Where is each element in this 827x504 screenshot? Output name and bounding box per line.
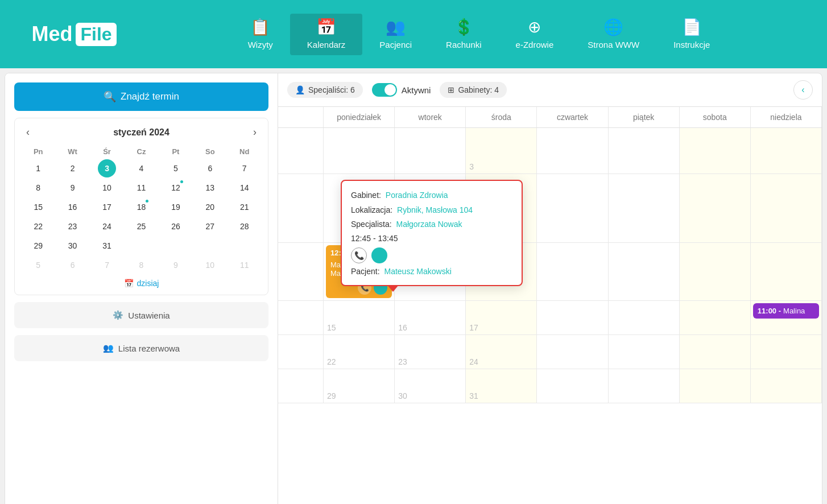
cal-day-29[interactable]: 29 <box>29 237 47 255</box>
cell-sat-5[interactable] <box>680 369 751 403</box>
cell-thu-4[interactable] <box>537 335 608 369</box>
cal-day-25[interactable]: 25 <box>132 217 150 236</box>
specialists-badge[interactable]: 👤 Specjaliści: 6 <box>287 82 363 98</box>
cal-day-21[interactable]: 21 <box>235 198 254 216</box>
next-month-button[interactable]: › <box>249 125 261 139</box>
cal-day-10[interactable]: 10 <box>98 179 116 197</box>
cal-day-3[interactable]: 3 <box>98 159 116 177</box>
cell-mon-4[interactable]: 22 <box>324 335 395 369</box>
cal-day-2[interactable]: 2 <box>64 159 82 177</box>
cell-thu-3[interactable] <box>537 301 608 334</box>
calendar-back-button[interactable]: ‹ <box>793 80 813 100</box>
cell-tue-3[interactable]: 16 <box>395 301 466 334</box>
nav-item-kalendarz[interactable]: 📅 Kalendarz <box>290 14 363 55</box>
week-row-5: 29 30 31 <box>278 369 822 403</box>
cell-wed-5[interactable]: 31 <box>466 369 537 403</box>
nav-item-pacjenci[interactable]: 👥 Pacjenci <box>362 14 429 55</box>
cell-mon-5[interactable]: 29 <box>324 369 395 403</box>
cal-day-5[interactable]: 5 <box>167 159 185 177</box>
cal-day-30[interactable]: 30 <box>64 237 82 255</box>
cal-day-27[interactable]: 27 <box>201 217 219 236</box>
cell-sat-4[interactable] <box>680 335 751 369</box>
settings-icon: ⚙️ <box>113 310 123 320</box>
cal-day-15[interactable]: 15 <box>29 198 47 216</box>
aktywni-toggle[interactable] <box>372 83 397 97</box>
cal-day-12[interactable]: 12 <box>167 179 185 197</box>
find-termin-button[interactable]: 🔍 Znajdź termin <box>14 82 268 111</box>
cal-day-6[interactable]: 6 <box>201 159 219 177</box>
popup-lokalizacja-value: Rybnik, Masłowa 104 <box>397 205 473 214</box>
cell-sun-2[interactable] <box>751 174 822 242</box>
gabinety-badge[interactable]: ⊞ Gabinety: 4 <box>440 82 507 98</box>
cal-day-23[interactable]: 23 <box>64 217 82 236</box>
cal-day-20[interactable]: 20 <box>201 198 219 216</box>
cal-day-n6[interactable]: 6 <box>64 256 82 274</box>
cal-day-24[interactable]: 24 <box>98 217 116 236</box>
cal-day-1[interactable]: 1 <box>29 159 47 177</box>
cal-day-16[interactable]: 16 <box>64 198 82 216</box>
nav-item-rachunki[interactable]: 💲 Rachunki <box>429 14 499 55</box>
cal-day-13[interactable]: 13 <box>201 179 219 197</box>
cal-day-7[interactable]: 7 <box>235 159 254 177</box>
event2-name: Malina <box>783 307 805 315</box>
cell-sat-1[interactable] <box>680 128 751 173</box>
cal-day-14[interactable]: 14 <box>235 179 254 197</box>
event-block-2[interactable]: 11:00 - Malina <box>753 303 819 319</box>
cal-day-n9[interactable]: 9 <box>167 256 185 274</box>
cell-sat-2[interactable] <box>680 174 751 242</box>
cell-thu-2[interactable] <box>537 174 608 242</box>
logo-area: Med File <box>11 22 137 46</box>
specialists-label: Specjaliści: 6 <box>308 85 355 94</box>
phone-icon[interactable]: 📞 <box>351 247 367 263</box>
cal-day-22[interactable]: 22 <box>29 217 47 236</box>
cal-day-n11[interactable]: 11 <box>235 256 254 274</box>
nav-item-wizyty[interactable]: 📋 Wizyty <box>231 14 290 55</box>
cell-fri-1[interactable] <box>609 128 680 173</box>
nav-item-instrukcje[interactable]: 📄 Instrukcje <box>656 14 727 55</box>
cal-day-9[interactable]: 9 <box>64 179 82 197</box>
cell-tue-1[interactable] <box>395 128 466 173</box>
nav-item-ezdrowie[interactable]: ⊕ e-Zdrowie <box>499 14 571 55</box>
cell-fri-4[interactable] <box>609 335 680 369</box>
cell-sun-5[interactable] <box>751 369 822 403</box>
cell-wed-4[interactable]: 24 <box>466 335 537 369</box>
cell-fri-3[interactable] <box>609 301 680 334</box>
cell-thu-1[interactable] <box>537 128 608 173</box>
event-cell-thu[interactable] <box>537 243 608 300</box>
cal-day-28[interactable]: 28 <box>235 217 254 236</box>
cell-mon-3[interactable]: 15 <box>324 301 395 334</box>
cell-fri-5[interactable] <box>609 369 680 403</box>
cell-wed-3[interactable]: 17 <box>466 301 537 334</box>
cal-day-n7[interactable]: 7 <box>98 256 116 274</box>
reserve-list-button[interactable]: 👥 Lista rezerwowa <box>14 335 268 361</box>
settings-button[interactable]: ⚙️ Ustawienia <box>14 302 268 328</box>
cell-mon-2[interactable]: Gabinet: Poradnia Zdrowia Lokalizacja: R… <box>324 174 395 242</box>
cal-day-n5[interactable]: 5 <box>29 256 47 274</box>
cell-tue-5[interactable]: 30 <box>395 369 466 403</box>
cell-fri-2[interactable] <box>609 174 680 242</box>
cell-sat-3[interactable] <box>680 301 751 334</box>
cal-day-11[interactable]: 11 <box>132 179 150 197</box>
cal-day-n8[interactable]: 8 <box>132 256 150 274</box>
cal-day-26[interactable]: 26 <box>167 217 185 236</box>
cell-thu-5[interactable] <box>537 369 608 403</box>
event-cell-sun[interactable] <box>751 243 822 300</box>
cell-sun-4[interactable] <box>751 335 822 369</box>
cell-sun-3[interactable]: 11:00 - Malina <box>751 301 822 334</box>
nav-item-stronawww[interactable]: 🌐 Strona WWW <box>570 14 656 55</box>
today-button[interactable]: 📅 dzisiaj <box>22 279 261 288</box>
cal-day-8[interactable]: 8 <box>29 179 47 197</box>
cal-day-17[interactable]: 17 <box>98 198 116 216</box>
cell-wed-1[interactable]: 3 <box>466 128 537 173</box>
event-cell-fri[interactable] <box>609 243 680 300</box>
cell-tue-4[interactable]: 23 <box>395 335 466 369</box>
cal-day-31[interactable]: 31 <box>98 237 116 255</box>
prev-month-button[interactable]: ‹ <box>22 125 34 139</box>
cell-sun-1[interactable] <box>751 128 822 173</box>
cal-day-n10[interactable]: 10 <box>201 256 219 274</box>
event-cell-sat[interactable] <box>680 243 751 300</box>
cal-day-4[interactable]: 4 <box>132 159 150 177</box>
cal-day-18[interactable]: 18 <box>132 198 150 216</box>
cal-day-19[interactable]: 19 <box>167 198 185 216</box>
cell-mon-1[interactable] <box>324 128 395 173</box>
